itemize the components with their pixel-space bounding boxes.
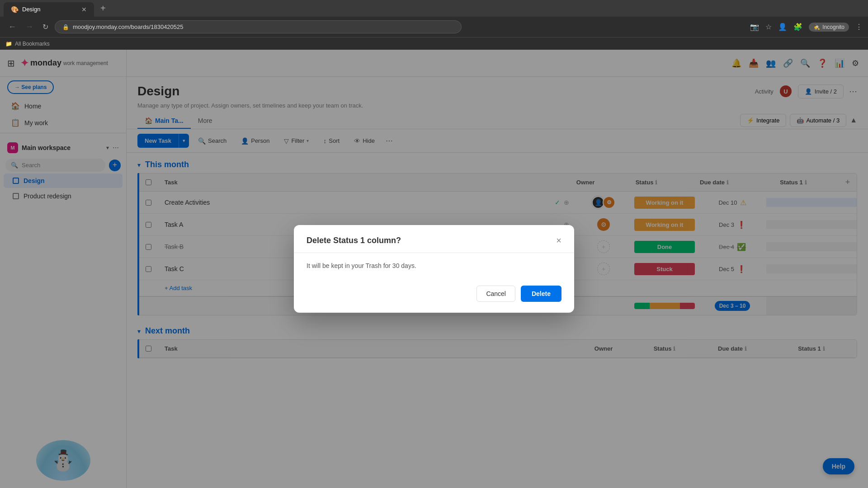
- camera-off-icon: 📷: [750, 23, 759, 31]
- bookmarks-label: All Bookmarks: [15, 41, 50, 47]
- bookmarks-bar: 📁 All Bookmarks: [0, 37, 868, 50]
- tab-close-icon[interactable]: ✕: [81, 6, 87, 13]
- forward-button[interactable]: →: [23, 20, 36, 33]
- extensions-icon[interactable]: 🧩: [793, 23, 802, 31]
- modal-header: Delete Status 1 column? ×: [294, 225, 574, 253]
- back-button[interactable]: ←: [5, 20, 19, 33]
- browser-toolbar-actions: 📷 ☆ 👤 🧩 🕵 Incognito ⋮: [750, 23, 863, 32]
- reload-button[interactable]: ↻: [40, 21, 51, 33]
- star-icon[interactable]: ☆: [765, 23, 772, 31]
- modal-title: Delete Status 1 column?: [307, 236, 401, 245]
- bookmarks-folder-icon: 📁: [5, 41, 12, 47]
- browser-chrome: 🎨 Design ✕ + ← → ↻ 🔒 moodjoy.monday.com/…: [0, 0, 868, 50]
- tab-title: Design: [22, 6, 40, 13]
- incognito-badge: 🕵 Incognito: [809, 23, 849, 32]
- new-tab-button[interactable]: +: [96, 0, 110, 16]
- modal-footer: Cancel Delete: [294, 278, 574, 313]
- browser-toolbar: ← → ↻ 🔒 moodjoy.monday.com/boards/183042…: [0, 17, 868, 38]
- lock-icon: 🔒: [62, 24, 69, 30]
- browser-tabs-bar: 🎨 Design ✕ +: [0, 0, 868, 17]
- tab-favicon: 🎨: [11, 6, 19, 13]
- modal-description: It will be kept in your Trash for 30 day…: [307, 262, 561, 269]
- delete-button[interactable]: Delete: [521, 286, 561, 302]
- incognito-icon: 🕵: [813, 24, 820, 30]
- browser-tab[interactable]: 🎨 Design ✕: [4, 2, 94, 17]
- address-bar[interactable]: 🔒 moodjoy.monday.com/boards/1830420525: [55, 20, 462, 33]
- url-text: moodjoy.monday.com/boards/1830420525: [73, 23, 184, 30]
- modal-body: It will be kept in your Trash for 30 day…: [294, 253, 574, 278]
- more-options-icon[interactable]: ⋮: [855, 23, 863, 31]
- cancel-button[interactable]: Cancel: [476, 286, 515, 302]
- modal-overlay: Delete Status 1 column? × It will be kep…: [0, 50, 868, 488]
- modal: Delete Status 1 column? × It will be kep…: [294, 225, 574, 313]
- modal-close-button[interactable]: ×: [556, 236, 561, 245]
- profile-icon[interactable]: 👤: [778, 23, 787, 31]
